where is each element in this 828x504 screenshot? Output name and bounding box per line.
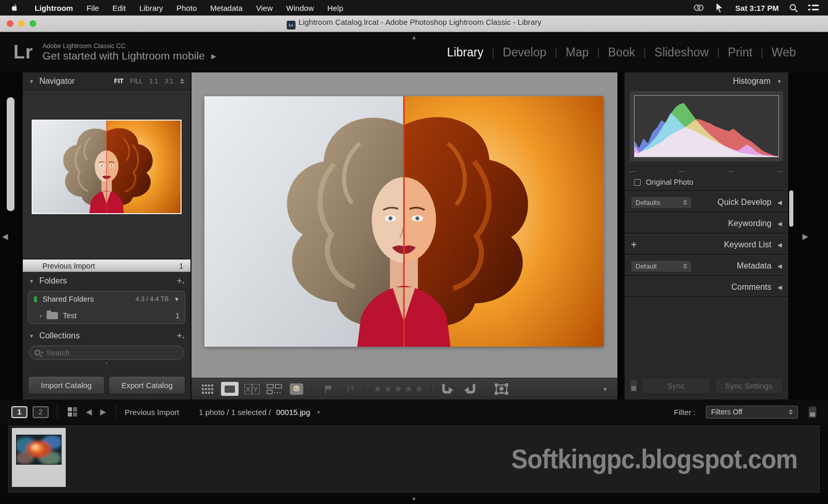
filter-toggle[interactable] [808,406,817,418]
grid-view-button[interactable] [199,382,216,396]
add-keyword-button[interactable]: + [631,239,637,251]
sync-settings-button[interactable]: Sync Settings [715,377,783,394]
keyword-list-collapse-icon[interactable]: ◀ [778,242,782,248]
navigator-collapse-icon[interactable]: ▼ [29,79,34,84]
lightroom-mobile-play-icon[interactable]: ▶ [211,52,216,60]
keyword-list-section[interactable]: + Keyword List ◀ [625,234,788,255]
filter-dropdown[interactable]: Filters Off [706,406,798,419]
keywording-section[interactable]: Keywording ◀ [625,213,788,234]
creative-cloud-icon[interactable] [693,3,704,12]
volume-collapse-icon[interactable]: ▼ [174,296,180,302]
keywording-collapse-icon[interactable]: ◀ [778,220,782,227]
people-view-button[interactable] [288,382,305,396]
menubar-clock[interactable]: Sat 3:17 PM [735,4,779,12]
zoom-mode-fit[interactable]: FIT [114,78,124,85]
navigator-preview-image[interactable] [32,120,182,214]
survey-view-button[interactable] [265,382,283,396]
histogram-header[interactable]: Histogram ▼ [625,72,788,90]
folders-header[interactable]: ▼ Folders +▾ [23,272,190,290]
sync-button[interactable]: Sync [642,377,711,394]
menu-item-help[interactable]: Help [320,4,350,12]
menu-item-window[interactable]: Window [279,4,320,12]
next-photo-button[interactable]: ▶ [99,407,108,417]
filmstrip-source-label[interactable]: Previous Import [125,408,179,417]
filmstrip-thumbnail[interactable] [12,428,66,487]
star-rating-control[interactable]: ★★★★★ [373,383,425,395]
module-tab-library[interactable]: Library [439,46,492,60]
module-tab-book[interactable]: Book [600,46,643,60]
quick-develop-preset-dropdown[interactable]: Defaults [631,197,692,209]
toolbar-options-dropdown[interactable]: ▼ [602,386,608,392]
collections-search-field[interactable]: ▾ [29,346,184,360]
catalog-previous-import-row[interactable]: Previous Import 1 [23,259,190,272]
folders-collapse-icon[interactable]: ▼ [29,278,34,284]
search-input[interactable] [47,349,179,357]
folder-disclosure-icon[interactable]: ▸ [40,313,42,318]
import-catalog-button[interactable]: Import Catalog [28,376,105,394]
module-tab-print[interactable]: Print [720,46,761,60]
volume-row-shared-folders[interactable]: Shared Folders 4.3 / 4.4 TB ▼ [28,291,185,307]
filmstrip-track[interactable]: Softkingpc.blogspot.com [8,425,820,493]
export-catalog-button[interactable]: Export Catalog [109,376,185,394]
menu-item-view[interactable]: View [249,4,279,12]
module-tab-develop[interactable]: Develop [494,46,554,60]
flag-reject-button[interactable] [342,382,359,396]
bottom-panel-reveal-arrow[interactable]: ▼ [411,496,417,503]
original-photo-checkbox[interactable] [634,179,641,186]
zoom-mode-stepper[interactable] [180,79,184,84]
metadata-section[interactable]: Default Metadata ◀ [625,255,788,276]
rotate-right-button[interactable] [461,382,479,396]
left-panel-collapse-arrow[interactable]: ◀ [2,232,8,241]
sync-toggle[interactable] [630,379,638,392]
quick-develop-collapse-icon[interactable]: ◀ [778,199,782,206]
second-window-button[interactable]: 2 [33,406,49,418]
menu-item-metadata[interactable]: Metadata [203,4,249,12]
module-tab-web[interactable]: Web [763,46,804,60]
left-panel-scrollbar[interactable] [7,97,14,211]
crop-overlay-button[interactable] [493,382,510,396]
search-options-chevron[interactable]: ▾ [41,350,43,355]
module-tab-map[interactable]: Map [557,46,597,60]
zoom-mode-1-1[interactable]: 1:1 [150,78,158,85]
module-tab-slideshow[interactable]: Slideshow [646,46,717,60]
right-panel-scrollbar[interactable] [789,190,793,227]
compare-view-button[interactable]: X Y [243,382,261,396]
library-toolbar: X Y [191,378,617,399]
lightroom-mobile-link[interactable]: Get started with Lightroom mobile [42,50,205,62]
module-picker: Library | Develop | Map | Book | Slidesh… [439,46,804,60]
menu-item-photo[interactable]: Photo [170,4,203,12]
zoom-mode-3-1[interactable]: 3:1 [165,78,173,85]
filmstrip-source-chevron[interactable]: ▾ [317,409,320,415]
loupe-view-button[interactable] [221,382,239,396]
collections-header[interactable]: ▼ Collections +▾ [23,327,190,345]
menu-item-lightroom[interactable]: Lightroom [28,4,80,12]
quick-develop-section[interactable]: Defaults Quick Develop ◀ [625,191,788,213]
menu-item-file[interactable]: File [80,4,106,12]
add-collection-button[interactable]: +▾ [176,331,184,340]
menu-item-library[interactable]: Library [132,4,170,12]
zoom-mode-fill[interactable]: FILL [130,78,143,85]
histogram-chart[interactable] [634,95,779,157]
metadata-collapse-icon[interactable]: ◀ [778,263,782,270]
notification-center-icon[interactable] [808,4,819,12]
add-folder-button[interactable]: +▾ [176,276,184,286]
apple-menu-icon[interactable] [10,4,19,12]
go-to-grid-button[interactable] [68,407,77,417]
menu-item-edit[interactable]: Edit [106,4,132,12]
spotlight-search-icon[interactable] [789,4,798,12]
navigator-header[interactable]: ▼ Navigator FIT FILL 1:1 3:1 [23,72,190,90]
histogram-collapse-icon[interactable]: ▼ [777,79,782,84]
main-window-button[interactable]: 1 [11,406,27,418]
folder-row-test[interactable]: ▸ Test 1 [28,307,185,323]
comments-collapse-icon[interactable]: ◀ [778,284,782,291]
metadata-preset-dropdown[interactable]: Default [631,260,692,272]
collections-collapse-icon[interactable]: ▼ [29,333,34,339]
main-photo[interactable] [204,96,603,347]
original-photo-row[interactable]: Original Photo [625,174,788,191]
right-panel-collapse-arrow[interactable]: ▶ [802,232,808,241]
comments-section[interactable]: Comments ◀ [625,276,788,298]
rotate-left-button[interactable] [439,382,456,396]
previous-photo-button[interactable]: ◀ [84,407,94,417]
top-panel-reveal-arrow[interactable]: ▲ [411,34,417,40]
flag-pick-button[interactable] [319,382,337,396]
